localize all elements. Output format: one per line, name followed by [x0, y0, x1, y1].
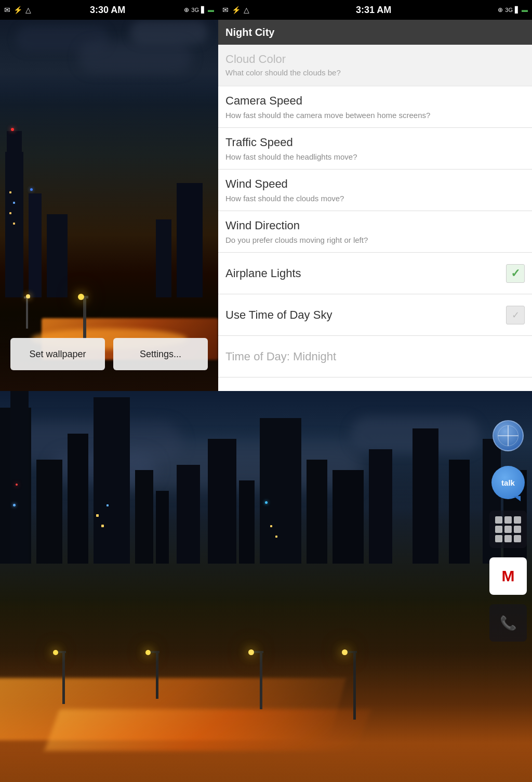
top-section: ✉ ⚡ △ 3:30 AM ⊕ 3G ▋ ▬: [0, 0, 532, 391]
setting-traffic-speed-subtitle: How fast should the headlights move?: [225, 152, 525, 162]
right-status-icons-left: ✉ ⚡ △: [222, 6, 249, 14]
battery-icon: ▬: [208, 6, 214, 14]
app-title: Night City: [225, 27, 274, 38]
settings-list: Cloud Color What color should the clouds…: [218, 45, 532, 391]
phone-handset-icon: 📞: [500, 615, 516, 631]
setting-wind-speed-title: Wind Speed: [225, 177, 525, 192]
right-status-bar: ✉ ⚡ △ 3:31 AM ⊕ 3G ▋ ▬: [218, 0, 532, 20]
grid-dot: [504, 535, 512, 542]
grid-dot: [495, 516, 502, 524]
signal-icon: ▋: [201, 6, 206, 14]
sync-icon: △: [25, 6, 31, 14]
setting-wind-direction-title: Wind Direction: [225, 218, 525, 233]
use-time-of-day-sky-checkbox[interactable]: ✓: [506, 306, 525, 324]
setting-time-of-day[interactable]: Time of Day: Midnight: [218, 336, 532, 377]
setting-wind-direction-text: Wind Direction Do you prefer clouds movi…: [225, 218, 525, 245]
grid-dot: [504, 516, 512, 524]
gmail-icon[interactable]: M: [489, 557, 527, 595]
setting-cloud-color-text: Cloud Color What color should the clouds…: [225, 53, 525, 78]
left-panel: ✉ ⚡ △ 3:30 AM ⊕ 3G ▋ ▬: [0, 0, 218, 391]
phone-icon[interactable]: 📞: [489, 604, 527, 642]
setting-wind-direction-subtitle: Do you prefer clouds moving right or lef…: [225, 235, 525, 245]
left-status-icons-right: ⊕ 3G ▋ ▬: [184, 6, 214, 14]
gmail-m-icon: M: [502, 567, 515, 585]
airplane-lights-checkbox[interactable]: ✓: [506, 264, 525, 283]
grid-icon: [495, 516, 521, 542]
setting-time-of-day-title: Time of Day: Midnight: [225, 350, 525, 363]
setting-wind-speed-subtitle: How fast should the clouds move?: [225, 193, 525, 204]
setting-traffic-speed-text: Traffic Speed How fast should the headli…: [225, 135, 525, 162]
setting-traffic-speed[interactable]: Traffic Speed How fast should the headli…: [218, 128, 532, 170]
usb-icon: ⚡: [14, 6, 22, 14]
setting-camera-speed-subtitle: How fast should the camera move between …: [225, 110, 525, 121]
right-gmail-icon: ✉: [222, 6, 229, 14]
left-status-icons-left: ✉ ⚡ △: [4, 6, 31, 14]
right-usb-icon: ⚡: [232, 6, 241, 14]
apps-icon[interactable]: [489, 511, 527, 548]
3g-icon: 3G: [191, 7, 199, 13]
setting-time-of-day-text: Time of Day: Midnight: [225, 350, 525, 363]
talk-icon[interactable]: talk: [489, 464, 527, 501]
highway-glow: [0, 636, 532, 782]
bottom-buttons: Set wallpaper Settings...: [0, 338, 218, 370]
setting-use-time-of-day-sky[interactable]: Use Time of Day Sky ✓: [218, 294, 532, 336]
right-3g-icon: 3G: [505, 7, 513, 13]
left-status-bar: ✉ ⚡ △ 3:30 AM ⊕ 3G ▋ ▬: [0, 0, 218, 20]
right-gps-icon: ⊕: [498, 6, 503, 14]
setting-cloud-color[interactable]: Cloud Color What color should the clouds…: [218, 45, 532, 86]
left-status-time: 3:30 AM: [90, 5, 125, 16]
setting-airplane-lights-title: Airplane Lights: [225, 266, 506, 281]
city-wallpaper: [0, 0, 218, 391]
setting-traffic-speed-title: Traffic Speed: [225, 135, 525, 150]
gps-icon: ⊕: [184, 6, 189, 14]
right-status-icons-right: ⊕ 3G ▋ ▬: [498, 6, 528, 14]
right-panel: ✉ ⚡ △ 3:31 AM ⊕ 3G ▋ ▬ Night City Cloud …: [218, 0, 532, 391]
setting-camera-speed-text: Camera Speed How fast should the camera …: [225, 94, 525, 120]
setting-use-time-of-day-sky-title: Use Time of Day Sky: [225, 308, 506, 323]
app-title-bar: Night City: [218, 20, 532, 45]
setting-wind-speed[interactable]: Wind Speed How fast should the clouds mo…: [218, 170, 532, 211]
home-icons: talk M 📞: [489, 417, 527, 642]
setting-wind-direction[interactable]: Wind Direction Do you prefer clouds movi…: [218, 211, 532, 253]
grid-dot: [514, 516, 521, 524]
setting-airplane-lights[interactable]: Airplane Lights ✓: [218, 253, 532, 294]
setting-camera-speed[interactable]: Camera Speed How fast should the camera …: [218, 86, 532, 128]
grid-dot: [514, 535, 521, 542]
gmail-notification-icon: ✉: [4, 6, 10, 14]
grid-dot: [504, 526, 512, 533]
browser-icon[interactable]: [489, 417, 527, 454]
setting-cloud-color-subtitle: What color should the clouds be?: [225, 68, 525, 78]
setting-airplane-lights-text: Airplane Lights: [225, 266, 506, 281]
checkmark-icon: ✓: [511, 267, 520, 280]
grid-dot: [495, 535, 502, 542]
setting-use-time-of-day-sky-text: Use Time of Day Sky: [225, 308, 506, 323]
checkmark-empty-icon: ✓: [512, 309, 520, 321]
right-signal-icon: ▋: [515, 6, 520, 14]
bottom-section: talk M 📞: [0, 391, 532, 782]
setting-cloud-color-title: Cloud Color: [225, 53, 525, 66]
settings-button[interactable]: Settings...: [113, 338, 208, 370]
setting-wind-speed-text: Wind Speed How fast should the clouds mo…: [225, 177, 525, 203]
set-wallpaper-button[interactable]: Set wallpaper: [10, 338, 105, 370]
grid-dot: [495, 526, 502, 533]
right-status-time: 3:31 AM: [356, 5, 391, 16]
right-sync-icon: △: [244, 6, 249, 14]
setting-camera-speed-title: Camera Speed: [225, 94, 525, 109]
grid-dot: [514, 526, 521, 533]
right-battery-icon: ▬: [522, 6, 528, 14]
